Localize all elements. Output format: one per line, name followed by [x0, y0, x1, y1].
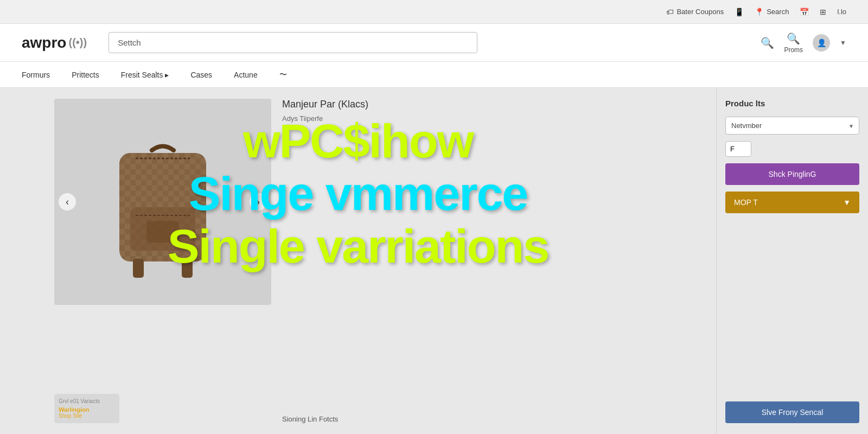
sidebar-title: Produc lts: [725, 99, 859, 108]
header-right: 🔍 🔍 Proms 👤 ▼: [761, 32, 846, 54]
sidebar-select-wrapper: Netvmber: [725, 117, 859, 135]
right-sidebar: Produc lts Netvmber Shck PinglinG MOP T …: [716, 88, 868, 434]
grid-icon: ⊞: [820, 8, 826, 16]
product-carousel: ‹: [54, 99, 271, 305]
header-search-icon[interactable]: 🔍: [761, 36, 774, 49]
header: awpro ((•)) 🔍 🔍 Proms 👤 ▼: [0, 24, 868, 62]
svg-rect-4: [133, 259, 144, 278]
wifi-icon: ((•)): [68, 36, 87, 49]
top-bar-grid[interactable]: ⊞: [820, 8, 826, 16]
sidebar-quantity-input[interactable]: [725, 141, 751, 157]
tag-icon: 🏷: [666, 8, 674, 16]
carousel-prev-button[interactable]: ‹: [59, 193, 76, 210]
product-image: [103, 120, 222, 283]
map-pin-icon: 📍: [755, 8, 764, 16]
top-bar-mobile[interactable]: 📱: [735, 8, 744, 16]
top-bar-calendar[interactable]: 📅: [800, 8, 809, 16]
svg-rect-5: [182, 259, 193, 278]
top-bar-search[interactable]: 📍 Search: [755, 8, 789, 16]
logo: awpro ((•)): [22, 34, 87, 52]
main-content: Manjeur Par (Klacs) Adys Tiiperfe ‹: [0, 88, 868, 434]
proms-button[interactable]: 🔍 Proms: [784, 32, 803, 54]
nav-item-cases[interactable]: Cases: [190, 71, 212, 79]
mobile-icon: 📱: [735, 8, 744, 16]
top-bar-coupons[interactable]: 🏷 Bater Coupons: [666, 8, 724, 16]
nav-item-actune[interactable]: Actune: [234, 71, 258, 79]
user-avatar[interactable]: 👤: [813, 34, 830, 52]
nav-item-formurs[interactable]: Formurs: [22, 71, 50, 79]
sidebar-select[interactable]: Netvmber: [725, 117, 859, 135]
top-bar-user[interactable]: l.lo: [837, 8, 846, 16]
nav-item-tilde[interactable]: 〜: [279, 70, 287, 80]
mop-button[interactable]: MOP T ▼: [725, 192, 859, 213]
carousel-next-button[interactable]: ›: [250, 193, 267, 210]
bottom-info: Sioning Lin Fotcts: [282, 415, 338, 423]
nav-item-prittects[interactable]: Prittects: [72, 71, 99, 79]
nav-bar: Formurs Prittects Fresit Sealts ▸ Cases …: [0, 62, 868, 88]
product-info: Manjeur Par (Klacs) Adys Tiiperfe: [282, 99, 368, 128]
avatar-icon: 👤: [817, 39, 826, 47]
thumb-card[interactable]: Grvl e01 Variacts Warlingion Shop Stle: [54, 394, 119, 423]
chevron-down-icon[interactable]: ▼: [840, 39, 846, 47]
thumb-label: Grvl e01 Variacts: [59, 398, 115, 404]
top-bar: 🏷 Bater Coupons 📱 📍 Search 📅 ⊞ l.lo: [0, 0, 868, 24]
thumb-sub: Shop Stle: [59, 413, 115, 419]
svg-rect-9: [146, 221, 179, 242]
proms-icon: 🔍: [787, 32, 800, 45]
nav-item-fresit[interactable]: Fresit Sealts ▸: [121, 71, 169, 79]
main-search-input[interactable]: [108, 32, 477, 53]
mop-chevron-icon: ▼: [843, 198, 851, 207]
product-area: Manjeur Par (Klacs) Adys Tiiperfe ‹: [0, 88, 716, 434]
calendar-icon: 📅: [800, 8, 809, 16]
product-title: Manjeur Par (Klacs): [282, 99, 368, 110]
thumb-name: Warlingion: [59, 406, 115, 413]
product-subtitle: Adys Tiiperfe: [282, 114, 368, 123]
stock-pingling-button[interactable]: Shck PinglinG: [725, 163, 859, 185]
product-thumbs: Grvl e01 Variacts Warlingion Shop Stle: [54, 394, 119, 423]
save-send-button[interactable]: Slve Frony Sencal: [725, 401, 859, 423]
